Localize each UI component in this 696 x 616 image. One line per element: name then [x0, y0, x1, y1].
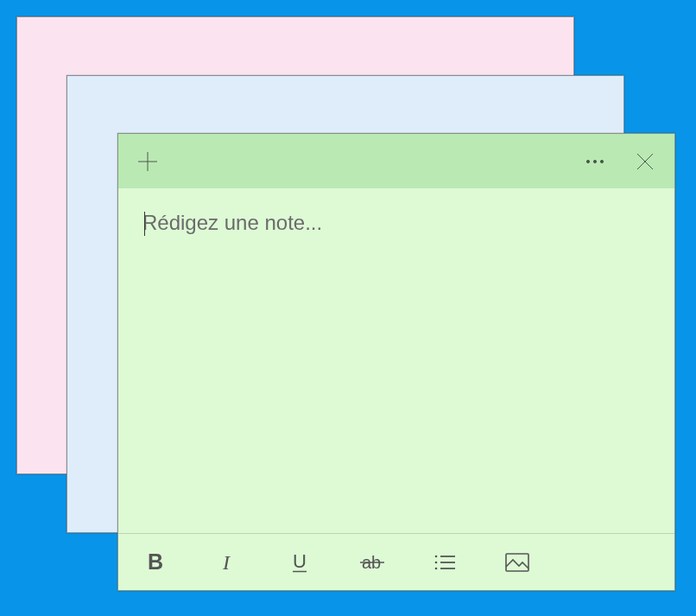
italic-icon: I	[215, 550, 239, 575]
svg-text:B: B	[148, 550, 163, 574]
list-icon	[433, 550, 457, 575]
strikethrough-button[interactable]: ab	[351, 542, 393, 583]
new-note-button[interactable]	[125, 134, 170, 188]
svg-point-13	[435, 555, 438, 557]
note-content-area[interactable]: Rédigez une note...	[118, 188, 674, 533]
svg-point-3	[593, 160, 596, 162]
titlebar-right-group	[573, 134, 668, 188]
close-button[interactable]	[623, 134, 668, 188]
svg-point-2	[586, 160, 589, 162]
strikethrough-icon: ab	[358, 550, 386, 575]
bold-button[interactable]: B	[134, 542, 175, 583]
svg-point-17	[435, 567, 438, 569]
note-placeholder: Rédigez une note...	[142, 211, 322, 234]
sticky-note-green: Rédigez une note... B I U ab	[117, 133, 675, 591]
plus-icon	[136, 150, 159, 173]
list-button[interactable]	[424, 542, 465, 583]
underline-button[interactable]: U	[279, 542, 320, 583]
titlebar-left-group	[125, 134, 170, 188]
italic-button[interactable]: I	[206, 542, 248, 583]
svg-point-15	[435, 561, 438, 563]
format-toolbar: B I U ab	[118, 533, 674, 590]
bold-icon: B	[142, 550, 167, 575]
text-cursor	[144, 212, 145, 236]
close-icon	[636, 152, 655, 171]
underline-icon: U	[288, 550, 312, 575]
menu-button[interactable]	[573, 134, 617, 188]
svg-text:U: U	[293, 550, 307, 572]
svg-text:I: I	[222, 551, 231, 574]
svg-point-4	[600, 160, 603, 162]
more-icon	[584, 150, 606, 173]
image-button[interactable]	[497, 542, 538, 583]
image-icon	[504, 550, 530, 575]
note-titlebar	[118, 134, 674, 188]
